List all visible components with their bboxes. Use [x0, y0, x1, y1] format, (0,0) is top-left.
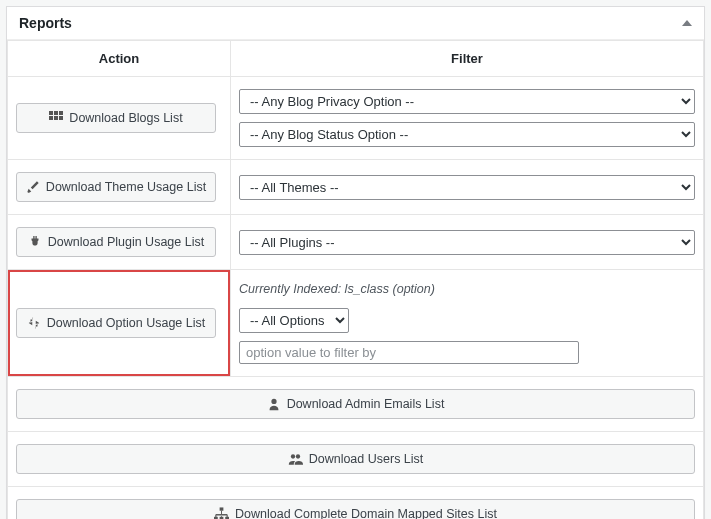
row-options: Download Option Usage List Currently Ind… — [8, 270, 704, 377]
users-icon — [288, 452, 303, 466]
button-label: Download Users List — [309, 453, 424, 466]
svg-rect-1 — [54, 111, 58, 115]
row-blogs: Download Blogs List -- Any Blog Privacy … — [8, 77, 704, 160]
button-label: Download Blogs List — [69, 112, 182, 125]
panel-title: Reports — [19, 15, 72, 31]
download-domain-mapped-button[interactable]: Download Complete Domain Mapped Sites Li… — [16, 499, 695, 519]
options-select[interactable]: -- All Options -- — [239, 308, 349, 333]
download-themes-button[interactable]: Download Theme Usage List — [16, 172, 216, 202]
download-options-button[interactable]: Download Option Usage List — [16, 308, 216, 338]
button-label: Download Theme Usage List — [46, 181, 206, 194]
button-label: Download Plugin Usage List — [48, 236, 204, 249]
svg-rect-5 — [59, 116, 63, 120]
options-highlight-cell: Download Option Usage List — [8, 270, 231, 377]
plugins-select[interactable]: -- All Plugins -- — [239, 230, 695, 255]
row-users: Download Users List — [8, 432, 704, 487]
arrows-icon — [27, 316, 41, 330]
svg-point-7 — [296, 454, 300, 458]
button-label: Download Option Usage List — [47, 317, 205, 330]
svg-rect-4 — [54, 116, 58, 120]
reports-panel-header[interactable]: Reports — [7, 7, 704, 40]
row-plugins: Download Plugin Usage List -- All Plugin… — [8, 215, 704, 270]
header-action: Action — [8, 41, 231, 77]
button-label: Download Admin Emails List — [287, 398, 445, 411]
user-icon — [267, 397, 281, 411]
themes-select[interactable]: -- All Themes -- — [239, 175, 695, 200]
options-indexed-note: Currently Indexed: ls_class (option) — [239, 282, 695, 296]
grid-icon — [49, 111, 63, 125]
svg-rect-8 — [220, 507, 224, 510]
download-plugins-button[interactable]: Download Plugin Usage List — [16, 227, 216, 257]
row-domains: Download Complete Domain Mapped Sites Li… — [8, 487, 704, 520]
row-admins: Download Admin Emails List — [8, 377, 704, 432]
svg-rect-2 — [59, 111, 63, 115]
svg-point-6 — [291, 454, 295, 458]
row-themes: Download Theme Usage List -- All Themes … — [8, 160, 704, 215]
reports-panel: Reports Action Filter Download Blogs Lis… — [6, 6, 705, 519]
svg-rect-3 — [49, 116, 53, 120]
svg-rect-0 — [49, 111, 53, 115]
plug-icon — [28, 235, 42, 249]
download-users-button[interactable]: Download Users List — [16, 444, 695, 474]
sitemap-icon — [214, 507, 229, 519]
brush-icon — [26, 180, 40, 194]
reports-table: Action Filter Download Blogs List — [7, 40, 704, 519]
download-admin-emails-button[interactable]: Download Admin Emails List — [16, 389, 695, 419]
blog-privacy-select[interactable]: -- Any Blog Privacy Option -- — [239, 89, 695, 114]
collapse-icon — [682, 20, 692, 26]
option-value-input[interactable] — [239, 341, 579, 364]
header-filter: Filter — [231, 41, 704, 77]
button-label: Download Complete Domain Mapped Sites Li… — [235, 508, 497, 519]
download-blogs-button[interactable]: Download Blogs List — [16, 103, 216, 133]
blog-status-select[interactable]: -- Any Blog Status Option -- — [239, 122, 695, 147]
